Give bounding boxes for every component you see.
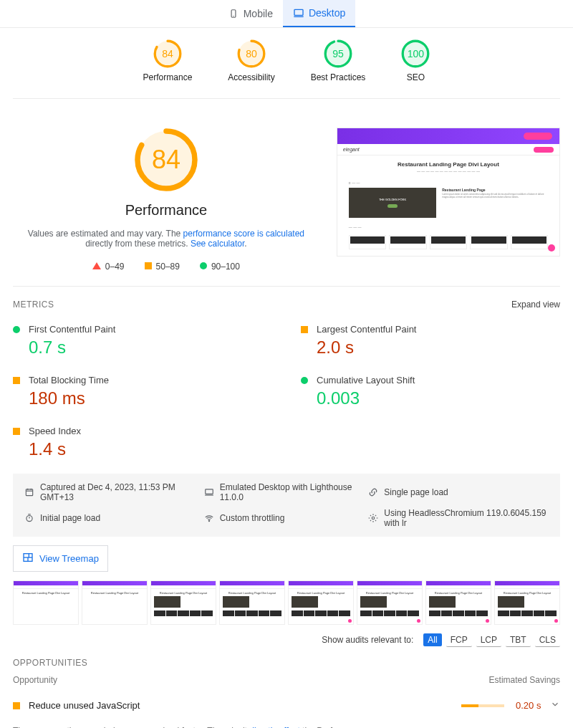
chevron-down-icon[interactable]: [550, 699, 560, 712]
preview-sub: — — — — — — — — — — — — — —: [349, 169, 548, 173]
link-icon: [368, 487, 378, 497]
filmstrip: Restaurant Landing Page Divi LayoutResta…: [13, 580, 560, 625]
tab-mobile-label: Mobile: [244, 8, 273, 19]
filmstrip-thumb[interactable]: Restaurant Landing Page Divi Layout: [357, 580, 423, 625]
metric-largest-contentful-paint: Largest Contentful Paint2.0 s: [301, 315, 560, 366]
metrics-title: METRICS: [13, 300, 54, 310]
preview-heading: Restaurant Landing Page Divi Layout: [349, 161, 548, 168]
svg-rect-18: [205, 489, 213, 494]
svg-rect-14: [26, 489, 32, 496]
svg-rect-2: [294, 9, 303, 15]
filter-label: Show audits relevant to:: [322, 635, 413, 645]
see-calculator-link[interactable]: See calculator: [191, 239, 244, 249]
tab-desktop-label: Desktop: [309, 7, 345, 19]
env-captured: Captured at Dec 4, 2023, 11:53 PM GMT+13: [24, 482, 190, 502]
filter-lcp[interactable]: LCP: [476, 633, 501, 647]
tab-mobile[interactable]: Mobile: [218, 0, 283, 27]
square-icon: [13, 702, 20, 709]
preview-tiny: ≡ — —: [349, 181, 548, 185]
legend-avg: 50–89: [145, 262, 180, 272]
svg-point-24: [372, 517, 375, 519]
gauge-seo[interactable]: 100SEO: [401, 39, 430, 82]
square-icon: [145, 262, 152, 269]
hero-gauge-label: Performance: [125, 202, 208, 219]
circle-icon: [200, 262, 207, 269]
env-single: Single page load: [368, 482, 549, 502]
gear-icon: [368, 513, 378, 523]
timer-icon: [24, 513, 34, 523]
filmstrip-thumb[interactable]: Restaurant Landing Page Divi Layout: [494, 580, 560, 625]
hero-desc-mid: directly from these metrics.: [85, 239, 191, 249]
opp-col-savings: Estimated Savings: [489, 675, 560, 685]
hero-row: 84 Performance Values are estimated and …: [13, 99, 560, 287]
view-treemap-button[interactable]: View Treemap: [13, 545, 108, 572]
metric-cumulative-layout-shift: Cumulative Layout Shift0.003: [301, 366, 560, 417]
device-tabs: Mobile Desktop: [0, 0, 573, 28]
desktop-icon: [204, 487, 214, 497]
filter-tbt[interactable]: TBT: [506, 633, 531, 647]
status-icon: [13, 428, 20, 435]
triangle-icon: [92, 262, 101, 269]
environment-box: Captured at Dec 4, 2023, 11:53 PM GMT+13…: [13, 474, 560, 537]
hero-desc: Values are estimated and may vary. The p…: [13, 229, 319, 249]
env-throttle: Custom throttling: [204, 508, 355, 528]
metrics-grid: First Contentful Paint0.7 sLargest Conte…: [13, 315, 560, 468]
treemap-icon: [22, 552, 34, 565]
expand-view-link[interactable]: Expand view: [511, 300, 560, 310]
hero-desc-pre: Values are estimated and may vary. The: [28, 229, 183, 239]
filmstrip-thumb[interactable]: Restaurant Landing Page Divi Layout: [425, 580, 491, 625]
env-initial: Initial page load: [24, 508, 190, 528]
page-screenshot-thumb: Restaurant Landing Page Divi Layout — — …: [337, 128, 560, 257]
svg-point-20: [27, 516, 32, 522]
gauges-row: 84Performance80Accessibility95Best Pract…: [13, 39, 560, 82]
hero-gauge-value: 84: [134, 128, 198, 192]
tab-desktop[interactable]: Desktop: [283, 0, 355, 27]
filmstrip-thumb[interactable]: Restaurant Landing Page Divi Layout: [150, 580, 216, 625]
calendar-icon: [24, 487, 34, 497]
env-emulated: Emulated Desktop with Lighthouse 11.0.0: [204, 482, 355, 502]
filmstrip-thumb[interactable]: Restaurant Landing Page Divi Layout: [82, 580, 148, 625]
perf-score-calc-link[interactable]: performance score is calculated: [183, 229, 304, 239]
mobile-icon: [228, 8, 239, 19]
gauge-accessibility[interactable]: 80Accessibility: [228, 39, 274, 82]
legend-fail: 0–49: [92, 262, 125, 272]
opportunity-row[interactable]: Reduce unused JavaScript0.20 s: [13, 692, 560, 719]
status-icon: [13, 326, 20, 333]
metric-speed-index: Speed Index1.4 s: [13, 417, 272, 468]
filter-all[interactable]: All: [423, 633, 441, 646]
performance-gauge-big: 84: [134, 128, 198, 192]
metric-total-blocking-time: Total Blocking Time180 ms: [13, 366, 272, 417]
filter-fcp[interactable]: FCP: [446, 633, 472, 647]
wifi-icon: [204, 513, 214, 523]
env-ua: Using HeadlessChromium 119.0.6045.159 wi…: [368, 508, 549, 528]
status-icon: [13, 377, 20, 384]
gauge-best-practices[interactable]: 95Best Practices: [311, 39, 366, 82]
status-icon: [301, 326, 308, 333]
svg-point-23: [208, 521, 209, 522]
audit-filter: Show audits relevant to: AllFCPLCPTBTCLS: [13, 635, 560, 645]
opportunities-title: OPPORTUNITIES: [13, 658, 87, 668]
desktop-icon: [293, 7, 304, 19]
gauge-performance[interactable]: 84Performance: [143, 39, 193, 82]
filmstrip-thumb[interactable]: Restaurant Landing Page Divi Layout: [288, 580, 354, 625]
hero-left: 84 Performance Values are estimated and …: [13, 128, 319, 272]
filmstrip-thumb[interactable]: Restaurant Landing Page Divi Layout: [219, 580, 285, 625]
filmstrip-thumb[interactable]: Restaurant Landing Page Divi Layout: [13, 580, 79, 625]
opp-col-name: Opportunity: [13, 675, 57, 685]
legend-pass: 90–100: [200, 262, 240, 272]
savings-bar: [461, 704, 504, 707]
score-legend: 0–49 50–89 90–100: [92, 262, 240, 272]
metric-first-contentful-paint: First Contentful Paint0.7 s: [13, 315, 272, 366]
filter-cls[interactable]: CLS: [535, 633, 560, 647]
status-icon: [301, 377, 308, 384]
